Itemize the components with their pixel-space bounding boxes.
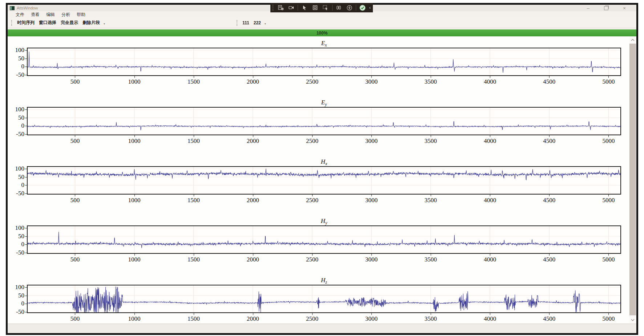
overlay-grip[interactable] xyxy=(273,5,274,11)
overlay-separator xyxy=(298,5,298,11)
chart-plot-hx[interactable] xyxy=(27,166,621,195)
x-tick-mark xyxy=(134,254,135,256)
button-111[interactable]: 111 xyxy=(241,19,251,27)
x-tick-mark xyxy=(194,76,194,78)
x-tick-label: 2000 xyxy=(240,315,266,323)
vertical-scrollbar xyxy=(629,36,636,323)
waveform-ex xyxy=(28,52,620,73)
x-tick-label: 500 xyxy=(62,137,88,145)
x-tick-mark xyxy=(549,76,550,78)
capture-settings-icon[interactable] xyxy=(277,4,285,11)
y-tick-mark xyxy=(25,75,27,75)
x-tick-label: 3500 xyxy=(418,315,443,323)
button-222[interactable]: 222 xyxy=(252,19,263,27)
x-tick-mark xyxy=(312,135,313,137)
restore-icon xyxy=(604,6,608,10)
close-button[interactable]: × xyxy=(615,5,633,11)
scroll-up-button[interactable] xyxy=(629,36,636,43)
x-tick-label: 1000 xyxy=(122,256,147,263)
x-tick-mark xyxy=(549,195,550,196)
time-series-button[interactable]: 时间序列 xyxy=(15,19,36,27)
menu-view[interactable]: 查看 xyxy=(29,12,42,18)
y-tick-label: 50 xyxy=(8,55,24,62)
x-tick-label: 5000 xyxy=(596,197,621,204)
app-icon xyxy=(10,6,15,10)
window-controls: – × xyxy=(579,5,633,11)
window-select-button[interactable]: 窗口选择 xyxy=(37,19,58,27)
video-camera-icon[interactable] xyxy=(287,4,295,11)
status-bar xyxy=(8,324,636,333)
menu-help[interactable]: 帮助 xyxy=(75,12,88,18)
toolbar-grip[interactable] xyxy=(237,20,239,26)
y-tick-label: 0 xyxy=(8,63,24,70)
x-tick-mark xyxy=(253,313,253,315)
chart-title-main: H xyxy=(321,217,325,224)
toolbar-overflow-icon[interactable]: ▾ xyxy=(265,22,266,25)
full-display-button[interactable]: 完全显示 xyxy=(59,19,80,27)
x-tick-mark xyxy=(490,76,490,78)
x-tick-label: 1000 xyxy=(122,78,147,85)
x-tick-label: 1000 xyxy=(122,315,147,323)
x-tick-mark xyxy=(431,76,431,78)
x-tick-label: 2000 xyxy=(240,78,266,85)
y-tick-mark xyxy=(25,185,27,185)
restore-button[interactable] xyxy=(597,5,615,11)
y-tick-label: -50 xyxy=(8,131,24,137)
y-tick-mark xyxy=(25,134,27,135)
scroll-down-button[interactable] xyxy=(629,316,636,323)
menu-edit[interactable]: 编辑 xyxy=(44,12,57,18)
region-cursor-icon[interactable] xyxy=(322,4,330,11)
x-tick-label: 3500 xyxy=(418,78,443,85)
menu-file[interactable]: 文件 xyxy=(13,12,27,18)
y-tick-label: 100 xyxy=(8,106,24,113)
capture-overlay-toolbar: ‹ xyxy=(270,3,373,12)
toolbar-overflow-icon[interactable]: ▾ xyxy=(104,22,105,25)
x-tick-mark xyxy=(253,254,253,256)
overlay-separator xyxy=(332,5,333,11)
y-tick-label: -50 xyxy=(8,72,24,78)
x-tick-mark xyxy=(134,76,135,78)
y-tick-mark xyxy=(25,193,27,194)
minimize-button[interactable]: – xyxy=(579,5,597,11)
x-tick-mark xyxy=(608,254,609,256)
chart-title-hz: Hz xyxy=(28,277,620,285)
y-tick-mark xyxy=(25,312,27,312)
y-tick-label: 100 xyxy=(8,225,24,231)
app-window: AttsWindow – × xyxy=(6,3,638,335)
x-tick-mark xyxy=(431,254,431,256)
chart-plot-ex[interactable] xyxy=(27,48,621,76)
x-tick-label: 3000 xyxy=(359,256,384,263)
x-tick-label: 4000 xyxy=(477,78,503,85)
x-tick-label: 2000 xyxy=(240,256,266,263)
y-tick-mark xyxy=(25,59,27,59)
x-tick-mark xyxy=(312,313,313,315)
x-tick-mark xyxy=(253,135,253,137)
accessibility-icon[interactable] xyxy=(345,4,353,11)
region-icon[interactable] xyxy=(311,4,319,11)
charts-container: Ex100500-5050010001500200025003000350040… xyxy=(8,36,629,323)
cursor-arrow-icon[interactable] xyxy=(301,4,309,11)
scrollbar-thumb[interactable] xyxy=(629,44,636,315)
x-tick-mark xyxy=(549,135,550,137)
device-icon[interactable] xyxy=(335,4,343,11)
collapse-chevron-icon[interactable]: ‹ xyxy=(369,4,371,11)
x-tick-label: 4500 xyxy=(536,78,562,85)
chart-plot-hz[interactable] xyxy=(27,285,621,313)
delete-segment-button[interactable]: 删除片段 xyxy=(81,19,102,27)
progress-label: 100% xyxy=(317,31,328,36)
menu-analysis[interactable]: 分析 xyxy=(59,12,72,18)
chart-plot-hy[interactable] xyxy=(27,225,621,254)
y-tick-label: -50 xyxy=(8,190,24,197)
x-tick-mark xyxy=(371,195,372,196)
x-tick-label: 1500 xyxy=(181,256,206,263)
y-tick-mark xyxy=(25,50,27,51)
confirm-icon[interactable] xyxy=(359,4,367,11)
x-tick-mark xyxy=(371,313,372,315)
x-tick-mark xyxy=(608,313,609,315)
toolbar: 时间序列 窗口选择 完全显示 删除片段 ▾ 111 222 ▾ xyxy=(8,18,636,28)
chart-plot-ey[interactable] xyxy=(27,107,621,135)
waveform-hy xyxy=(28,232,620,248)
chart-title-main: H xyxy=(321,277,325,284)
toolbar-grip[interactable] xyxy=(11,20,13,26)
x-tick-label: 2500 xyxy=(299,78,325,85)
